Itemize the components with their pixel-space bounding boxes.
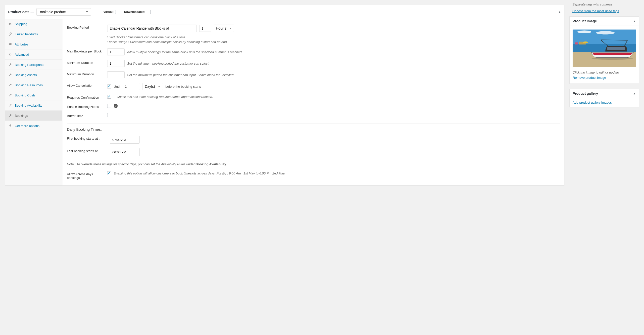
svg-rect-2 (9, 43, 12, 45)
product-gallery-toggle-icon[interactable]: ▲ (633, 92, 636, 95)
until-label: Until (114, 85, 120, 88)
first-booking-input[interactable] (110, 136, 140, 144)
sidebar-item-participants[interactable]: Booking Participants (5, 60, 62, 70)
choose-tags-link[interactable]: Choose from the most used tags (572, 9, 619, 13)
wrench-icon (8, 114, 12, 118)
divider (97, 10, 97, 14)
sidebar-item-assets[interactable]: Booking Assets (5, 70, 62, 80)
min-duration-input[interactable] (107, 60, 124, 67)
allow-across-checkbox[interactable] (107, 171, 111, 175)
requires-confirmation-checkbox[interactable] (107, 95, 111, 99)
card-icon (8, 42, 12, 46)
booking-period-qty-input[interactable] (199, 25, 211, 32)
allow-cancellation-checkbox[interactable] (107, 84, 111, 88)
sidebar-item-resources[interactable]: Booking Resources (5, 80, 62, 90)
max-duration-label: Maximum Duration (67, 71, 104, 76)
sidebar-label: Booking Resources (15, 83, 43, 87)
first-booking-label: First booking starts at : (67, 136, 107, 140)
sidebar-item-shipping[interactable]: Shipping (5, 19, 62, 29)
sidebar-item-linked[interactable]: Linked Products (5, 29, 62, 39)
svg-point-1 (11, 24, 11, 24)
tags-separate-hint: Separate tags with commas (570, 1, 639, 9)
svg-rect-12 (607, 47, 625, 50)
product-image-edit-hint: Click the image to edit or update (572, 71, 636, 74)
sidebar-label: Booking Participants (15, 63, 44, 67)
max-bookings-help: Allow multiple bookings for the same blo… (127, 50, 242, 54)
gear-icon (8, 52, 12, 56)
buffer-time-checkbox[interactable] (107, 113, 111, 117)
period-help-1: Fixed Blocks : Customers can book one bl… (107, 35, 560, 39)
product-type-select[interactable]: Bookable product (36, 8, 91, 16)
min-duration-help: Set the minimum booking period the custo… (127, 62, 210, 65)
booking-period-select[interactable]: Enable Calendar Range with Blocks of (107, 24, 197, 32)
product-image-metabox: Product image ▲ (570, 16, 639, 84)
product-data-panel: Product data — Bookable product Virtual:… (5, 5, 564, 186)
product-data-header: Product data — Bookable product Virtual:… (5, 5, 564, 19)
enable-notes-label: Enable Booking Notes (67, 104, 104, 109)
cancel-value-input[interactable] (123, 83, 140, 90)
collapse-panel-icon[interactable]: ▲ (558, 10, 561, 14)
product-image-title: Product image (572, 19, 597, 23)
wrench-icon (8, 73, 12, 77)
sidebar-label: Attributes (15, 42, 28, 46)
min-duration-label: Minimum Duration (67, 60, 104, 65)
sidebar-item-availability[interactable]: Booking Availability (5, 100, 62, 111)
enable-notes-checkbox[interactable] (107, 104, 111, 108)
plug-icon (8, 124, 12, 128)
svg-point-16 (591, 58, 633, 60)
bookings-content: Booking Period Enable Calendar Range wit… (62, 19, 564, 185)
last-booking-label: Last booking starts at : (67, 148, 107, 153)
cancel-unit-select[interactable]: Day(s) (142, 83, 163, 90)
downloadable-label[interactable]: Downloadable: (124, 10, 151, 14)
wrench-icon (8, 103, 12, 107)
max-bookings-input[interactable] (107, 48, 124, 55)
sidebar-item-advanced[interactable]: Advanced (5, 49, 62, 60)
daily-booking-times-title: Daily Booking Times: (67, 127, 560, 131)
last-booking-input[interactable] (110, 148, 140, 156)
max-duration-input[interactable] (107, 71, 124, 78)
link-icon (8, 32, 12, 36)
sidebar-item-attributes[interactable]: Attributes (5, 39, 62, 49)
sidebar-item-costs[interactable]: Booking Costs (5, 90, 62, 100)
svg-point-7 (577, 30, 591, 33)
requires-confirmation-help: Check this box if the booking requires a… (117, 95, 213, 99)
svg-point-0 (9, 24, 10, 24)
period-help-2: Enable Range : Customers can book multip… (107, 40, 560, 44)
product-image-thumbnail[interactable] (572, 28, 636, 68)
sidebar-label: Booking Availability (15, 104, 42, 107)
allow-across-label: Allow Across days bookings (67, 171, 104, 180)
add-gallery-images-link[interactable]: Add product gallery images (572, 101, 612, 104)
downloadable-checkbox[interactable] (147, 10, 151, 14)
sidebar-label: Shipping (15, 22, 27, 26)
product-data-title: Product data — (8, 10, 34, 14)
svg-point-11 (583, 41, 588, 43)
max-duration-help: Set the maximum period the customer can … (127, 73, 234, 77)
help-icon[interactable]: ? (114, 104, 118, 108)
product-gallery-title: Product gallery (572, 91, 598, 95)
requires-confirmation-label: Requires Confirmation (67, 95, 104, 99)
cancel-suffix: before the booking starts (166, 85, 201, 88)
product-image-toggle-icon[interactable]: ▲ (633, 20, 636, 23)
sidebar-label: Booking Costs (15, 93, 36, 97)
allow-cancellation-label: Allow Cancellation (67, 83, 104, 87)
buffer-time-label: Buffer Time (67, 113, 104, 118)
svg-rect-10 (575, 42, 578, 44)
virtual-label[interactable]: Virtual: (103, 10, 119, 14)
sidebar-label: Get more options (15, 124, 40, 128)
truck-icon (8, 22, 12, 26)
wrench-icon (8, 83, 12, 87)
max-bookings-label: Max Bookings per Block (67, 48, 104, 53)
remove-product-image-link[interactable]: Remove product image (572, 76, 606, 79)
sidebar-item-more[interactable]: Get more options (5, 121, 62, 131)
sidebar-label: Bookings (15, 114, 28, 118)
virtual-checkbox[interactable] (115, 10, 119, 14)
wrench-icon (8, 93, 12, 97)
svg-rect-3 (9, 44, 10, 44)
booking-period-unit-select[interactable]: Hour(s) (214, 24, 234, 32)
product-gallery-metabox: Product gallery ▲ Add product gallery im… (570, 89, 639, 107)
sidebar-item-bookings[interactable]: Bookings (5, 111, 62, 121)
availability-note: Note : To override these timings for spe… (67, 158, 560, 169)
booking-period-label: Booking Period (67, 24, 104, 29)
sidebar-label: Advanced (15, 53, 29, 56)
product-data-sidebar: ShippingLinked ProductsAttributesAdvance… (5, 19, 62, 185)
